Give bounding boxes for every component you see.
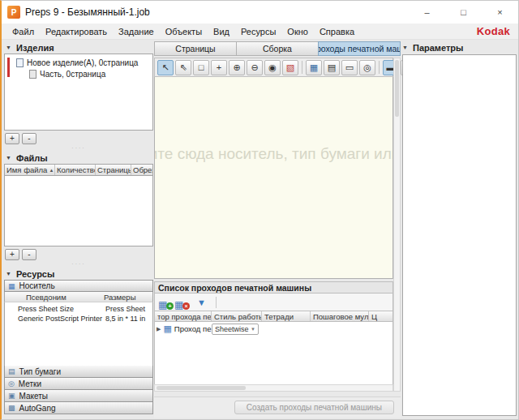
press-run-list: ▶ ▦ Проход пе Sheetwise ▼ <box>154 322 393 384</box>
menu-objects[interactable]: Объекты <box>160 27 208 36</box>
resource-size: 8,5 in * 11 in <box>105 315 152 323</box>
resources-tab-label: Макеты <box>19 392 49 401</box>
col-signatures[interactable]: Тетради <box>262 311 311 321</box>
workspace-tabs: Страницы Сборка Проходы печатной маши <box>154 41 401 56</box>
resources-tab-autogang[interactable]: ▩ AutoGang <box>4 402 153 414</box>
page-view-button[interactable]: ▤ <box>324 60 340 75</box>
pan-tool-button[interactable]: + <box>211 60 227 75</box>
press-run-name: Проход пе <box>174 324 212 333</box>
kodak-logo: Kodak <box>477 25 510 37</box>
resources-section-header[interactable]: ▼ Ресурсы <box>4 268 153 280</box>
collapse-icon: ▼ <box>6 271 12 276</box>
marks-icon: ◎ <box>8 379 15 388</box>
fit-view-button[interactable]: ◉ <box>264 60 281 75</box>
files-col-name[interactable]: Имя файла ▲ <box>5 165 55 175</box>
add-product-button[interactable]: + <box>5 133 19 144</box>
resources-tab-marks[interactable]: ◎ Метки <box>4 378 153 390</box>
col-colors[interactable]: Ц <box>369 311 392 321</box>
center-panel: Страницы Сборка Проходы печатной маши ↖ … <box>154 41 401 419</box>
horizontal-scrollbar[interactable] <box>154 384 393 392</box>
files-section-title: Файлы <box>16 153 48 163</box>
menu-resources[interactable]: Ресурсы <box>235 27 281 36</box>
paper-icon: ▤ <box>8 367 15 375</box>
resources-col-alias[interactable]: Псевдоним <box>5 293 104 302</box>
menu-window[interactable]: Окно <box>281 27 314 36</box>
col-run-name[interactable]: тор прохода печат <box>155 311 212 321</box>
tab-pages[interactable]: Страницы <box>154 41 236 56</box>
part-icon <box>29 70 36 79</box>
expand-icon[interactable]: ▶ <box>157 326 161 332</box>
resources-col-size[interactable]: Размеры <box>104 293 152 302</box>
close-button[interactable]: × <box>482 1 518 24</box>
add-press-run-button[interactable]: ▦ + <box>158 297 171 308</box>
tree-item-product[interactable]: Новое изделие(А), 0страница <box>5 57 152 68</box>
files-buttons: + - <box>5 249 153 260</box>
zoom-out-tool-button[interactable]: ⊖ <box>247 60 263 75</box>
title-bar: P Preps 9 - Безымянный-1.job – □ × <box>2 1 518 24</box>
resources-tab-paper[interactable]: ▤ Тип бумаги <box>4 366 153 378</box>
parameters-panel <box>402 54 517 416</box>
resource-row[interactable]: Press Sheet Size Press Sheet <box>5 304 152 314</box>
parameters-section-title: Параметры <box>413 43 463 53</box>
add-file-button[interactable]: + <box>5 249 19 260</box>
resource-alias: Press Sheet Size <box>18 305 105 313</box>
press-run-list-title: Список проходов печатной машины <box>154 281 393 294</box>
resource-row[interactable]: Generic PostScript Printer 8,5 in * 11 i… <box>5 314 152 324</box>
menu-job[interactable]: Задание <box>113 27 160 36</box>
files-col-trim[interactable]: Обрезн <box>131 165 152 175</box>
files-col-count[interactable]: Количество <box>55 165 96 175</box>
work-style-cell: Sheetwise ▼ <box>212 324 262 335</box>
press-run-row[interactable]: ▶ ▦ Проход пе Sheetwise ▼ <box>155 322 392 336</box>
remove-product-button[interactable]: - <box>22 133 36 144</box>
products-section-header[interactable]: ▼ Изделия <box>4 41 153 54</box>
menu-view[interactable]: Вид <box>208 27 235 36</box>
marquee-tool-button[interactable]: □ <box>193 60 209 75</box>
menu-bar: Файл Редактировать Задание Объекты Вид Р… <box>2 24 518 40</box>
scrollbar-thumb[interactable] <box>395 60 399 117</box>
menu-edit[interactable]: Редактировать <box>40 27 113 36</box>
tab-assembly[interactable]: Сборка <box>236 41 318 56</box>
maximize-button[interactable]: □ <box>445 1 482 24</box>
center-target-button[interactable]: ◎ <box>359 60 375 75</box>
files-section-header[interactable]: ▼ Файлы <box>4 152 153 164</box>
select-tool-button[interactable]: ↖ <box>157 60 174 75</box>
tree-item-part[interactable]: Часть, 0страница <box>5 68 152 79</box>
left-panel: ▼ Изделия Новое изделие(А), 0страница Ча… <box>4 41 153 418</box>
content-area: ▼ Изделия Новое изделие(А), 0страница Ча… <box>2 40 518 419</box>
col-work-style[interactable]: Стиль работы <box>212 311 262 321</box>
tab-press-runs[interactable]: Проходы печатной маши <box>318 41 401 56</box>
zoom-in-tool-button[interactable]: ⊕ <box>229 60 245 75</box>
toolbar-separator <box>379 61 380 74</box>
panel-splitter[interactable]: ···· <box>4 144 153 152</box>
measure-tool-button[interactable]: ▭ <box>341 60 358 75</box>
window-controls: – □ × <box>409 1 518 24</box>
create-press-runs-button[interactable]: Создать проходы печатной машины <box>234 401 394 414</box>
autogang-icon: ▩ <box>8 404 15 412</box>
resources-tab-media[interactable]: ▦ Носитель <box>4 280 153 292</box>
tree-item-label: Новое изделие(А), 0страница <box>27 58 138 67</box>
menu-file[interactable]: Файл <box>6 27 40 36</box>
panel-splitter[interactable]: ···· <box>4 260 153 268</box>
collapse-icon: ▼ <box>402 45 409 50</box>
vertical-scrollbar[interactable] <box>393 58 401 392</box>
work-style-dropdown[interactable]: Sheetwise ▼ <box>212 324 259 335</box>
resources-tab-label: Носитель <box>19 281 55 290</box>
minimize-button[interactable]: – <box>409 1 445 24</box>
col-step-multi[interactable]: Пошаговое мульти <box>311 311 369 321</box>
preview-button[interactable]: ▦ <box>306 60 322 75</box>
files-column-headers: Имя файла ▲ Количество Страницы Обрезн <box>4 164 153 175</box>
resources-tab-templates[interactable]: ▣ Макеты <box>4 390 153 402</box>
swatch-tool-button[interactable]: ▧ <box>282 60 298 75</box>
files-col-pages[interactable]: Страницы <box>96 165 131 175</box>
collapse-icon: ▼ <box>6 155 12 161</box>
layout-canvas[interactable]: щите сюда носитель, тип бумаги или ш <box>154 77 393 279</box>
press-run-name-cell: ▶ ▦ Проход пе <box>155 324 212 334</box>
remove-file-button[interactable]: - <box>22 249 36 260</box>
direct-select-tool-button[interactable]: ⇖ <box>175 60 191 75</box>
parameters-section-header[interactable]: ▼ Параметры <box>401 41 518 54</box>
delete-press-run-button[interactable]: ▦ × <box>174 297 187 308</box>
collapse-icon: ▼ <box>6 45 12 50</box>
menu-help[interactable]: Справка <box>314 27 360 36</box>
move-down-button[interactable]: ▼ <box>197 298 206 307</box>
scrollbar-thumb[interactable] <box>157 386 246 390</box>
